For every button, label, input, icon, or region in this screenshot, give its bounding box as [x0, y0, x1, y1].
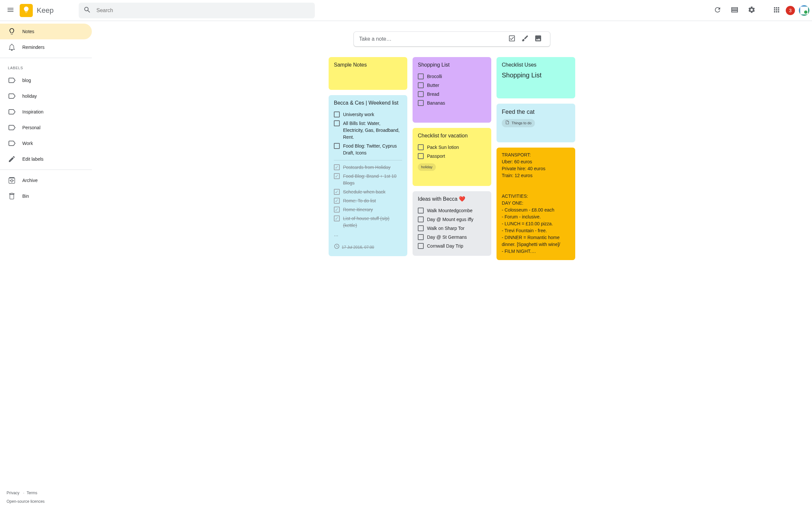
sidebar: Notes Reminders LABELS blog holiday Insp…: [0, 21, 92, 509]
checklist-item[interactable]: Food Blog: Brand + 1st 10 Blogs: [334, 172, 402, 188]
sidebar-item-edit-labels[interactable]: Edit labels: [0, 151, 92, 167]
sidebar-item-label: holiday: [22, 94, 37, 99]
image-icon: [534, 34, 542, 44]
bulb-icon: [4, 28, 20, 35]
search-bar[interactable]: [79, 3, 315, 19]
note-card[interactable]: Becca & Ces | Weekend list University wo…: [329, 95, 407, 256]
sidebar-item-bin[interactable]: Bin: [0, 188, 92, 204]
sidebar-item-label: Personal: [22, 125, 40, 130]
search-button[interactable]: [81, 4, 94, 17]
content: Take a note… Sample Notes Becca & Ces | …: [92, 21, 812, 509]
note-body: TRANSPORT: Uber: 60 euros Private hire: …: [502, 151, 570, 255]
checklist-item[interactable]: Pack Sun lotion: [418, 143, 486, 152]
label-icon: [4, 124, 20, 132]
label-chip[interactable]: holiday: [418, 163, 436, 171]
checklist-item[interactable]: Food Blog: Twitter, Cyprus Draft, Icons: [334, 142, 402, 158]
apps-icon: [773, 6, 780, 15]
note-title: Becca & Ces | Weekend list: [334, 99, 402, 107]
refresh-button[interactable]: [710, 3, 725, 19]
note-card[interactable]: Shopping List Brocolli Butter Bread Bana…: [412, 57, 491, 123]
app-logo: [20, 4, 33, 17]
label-icon: [4, 139, 20, 147]
label-icon: [4, 76, 20, 84]
checklist-item[interactable]: Walk Mountedgcombe: [418, 206, 486, 215]
checklist-item[interactable]: University work: [334, 110, 402, 119]
note-card[interactable]: TRANSPORT: Uber: 60 euros Private hire: …: [497, 147, 575, 260]
sidebar-item-archive[interactable]: Archive: [0, 172, 92, 188]
pencil-icon: [4, 155, 20, 163]
gear-icon: [748, 6, 755, 15]
note-body: Shopping List: [502, 70, 570, 80]
sidebar-item-label: Archive: [22, 178, 38, 183]
sidebar-item-label: blog: [22, 78, 31, 83]
checklist-item[interactable]: Day @ St Germans: [418, 233, 486, 242]
account-avatar[interactable]: [799, 5, 809, 16]
notification-badge[interactable]: 3: [786, 6, 795, 15]
menu-button[interactable]: [3, 3, 19, 19]
sidebar-label-work[interactable]: Work: [0, 135, 92, 151]
checklist-item[interactable]: Walk on Sharp Tor: [418, 224, 486, 233]
sidebar-item-reminders[interactable]: Reminders: [0, 39, 92, 55]
sidebar-item-notes[interactable]: Notes: [0, 24, 92, 39]
apps-button[interactable]: [769, 3, 784, 19]
licences-link[interactable]: Open-source licences: [6, 499, 44, 504]
take-note-placeholder: Take a note…: [359, 36, 505, 42]
checklist-item[interactable]: List of house stuff (s/p) (kettle): [334, 214, 402, 230]
checklist-item[interactable]: Schedule when back: [334, 188, 402, 197]
note-title: Feed the cat: [502, 108, 570, 116]
note-card[interactable]: Ideas with Becca ❤️ Walk Mountedgcombe D…: [412, 191, 491, 256]
checklist-item[interactable]: Bananas: [418, 99, 486, 108]
checklist-item[interactable]: Bread: [418, 90, 486, 99]
app-name: Keep: [37, 6, 54, 15]
refresh-icon: [714, 6, 721, 15]
privacy-link[interactable]: Privacy: [6, 490, 19, 495]
settings-button[interactable]: [744, 3, 759, 19]
header-right: 3: [700, 3, 809, 19]
checklist-item[interactable]: Rome: To do list: [334, 197, 402, 205]
list-view-button[interactable]: [727, 3, 742, 19]
note-card[interactable]: Checklist for vacation Pack Sun lotion P…: [412, 128, 491, 186]
note-card[interactable]: Checklist Uses Shopping List: [497, 57, 575, 98]
sidebar-footer: Privacy · Terms Open-source licences: [0, 489, 92, 509]
note-title: Shopping List: [418, 61, 486, 69]
sidebar-label-holiday[interactable]: holiday: [0, 88, 92, 104]
note-title: Checklist Uses: [502, 61, 570, 69]
new-drawing-button[interactable]: [518, 32, 532, 45]
archive-icon: [4, 176, 20, 184]
sidebar-label-inspiration[interactable]: Inspiration: [0, 104, 92, 120]
terms-link[interactable]: Terms: [27, 490, 37, 495]
note-card[interactable]: Sample Notes: [329, 57, 407, 90]
sidebar-item-label: Bin: [22, 194, 29, 199]
checklist-item[interactable]: Cornwall Day Trip: [418, 242, 486, 250]
sidebar-item-label: Work: [22, 141, 33, 146]
checkbox-icon: [508, 34, 516, 44]
label-icon: [4, 108, 20, 116]
note-reminder: 17 Jul 2016, 07:00: [334, 243, 402, 251]
checklist-item[interactable]: Brocolli: [418, 72, 486, 81]
sidebar-label-blog[interactable]: blog: [0, 72, 92, 88]
checklist-item[interactable]: Passport: [418, 152, 486, 161]
checklist-item[interactable]: Butter: [418, 81, 486, 90]
header-left: Keep: [3, 3, 79, 19]
labels-heading: LABELS: [0, 61, 92, 72]
take-note[interactable]: Take a note…: [353, 32, 550, 46]
search-input[interactable]: [94, 7, 313, 13]
trash-icon: [4, 192, 20, 200]
note-title: Sample Notes: [334, 61, 402, 69]
new-image-button[interactable]: [532, 32, 545, 45]
bell-icon: [4, 43, 20, 51]
new-list-button[interactable]: [505, 32, 518, 45]
checklist-item[interactable]: All Bills list: Water, Electricity, Gas,…: [334, 119, 402, 142]
note-card[interactable]: Feed the cat Things to do: [497, 104, 575, 142]
sidebar-item-label: Reminders: [22, 44, 44, 50]
brush-icon: [521, 34, 529, 44]
note-title: Checklist for vacation: [418, 132, 486, 140]
notes-grid: Sample Notes Becca & Ces | Weekend list …: [118, 57, 786, 260]
checklist-item[interactable]: Day @ Mount egus iffy: [418, 215, 486, 224]
checklist-item[interactable]: Rome itinerary: [334, 205, 402, 214]
checklist-item[interactable]: Postcards from Holiday: [334, 163, 402, 172]
doc-icon: [505, 120, 510, 126]
more-indicator: …: [334, 231, 402, 238]
label-chip[interactable]: Things to do: [502, 119, 535, 127]
sidebar-label-personal[interactable]: Personal: [0, 120, 92, 135]
